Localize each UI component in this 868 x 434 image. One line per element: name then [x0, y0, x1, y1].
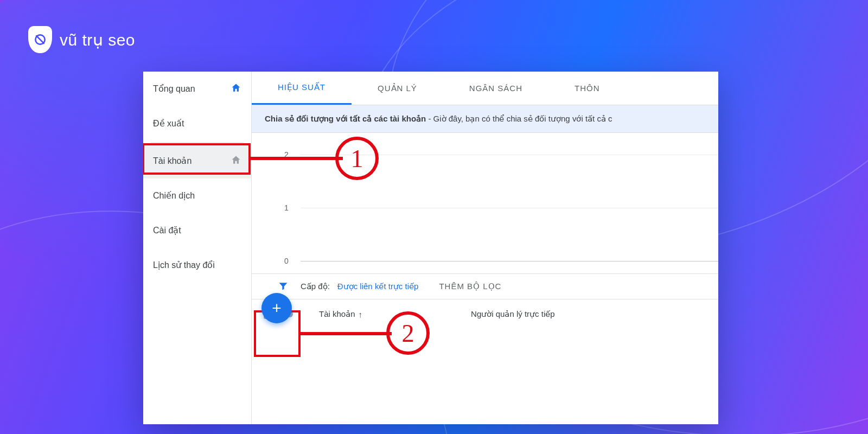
tab-label: HIỆU SUẤT: [278, 82, 326, 92]
add-filter-button[interactable]: THÊM BỘ LỌC: [439, 282, 501, 291]
home-icon: [231, 82, 241, 95]
sidebar-item-history[interactable]: Lịch sử thay đổi: [143, 248, 251, 283]
sidebar-item-label: Lịch sử thay đổi: [153, 260, 215, 270]
banner-text: - Giờ đây, bạn có thể chia sẻ đối tượng …: [426, 114, 612, 123]
gridline: [301, 208, 718, 208]
table-header: Tài khoản ↑ Người quản lý trực tiếp: [252, 299, 718, 329]
sidebar-item-campaigns[interactable]: Chiến dịch: [143, 178, 251, 213]
sidebar-item-label: Cài đặt: [153, 225, 181, 235]
main-panel: HIỆU SUẤT QUẢN LÝ NGÂN SÁCH THÔN Chia sẻ…: [252, 72, 718, 424]
tab-label: QUẢN LÝ: [378, 84, 417, 93]
column-manager[interactable]: Người quản lý trực tiếp: [471, 309, 555, 319]
info-banner: Chia sẻ đối tượng với tất cả các tài kho…: [252, 105, 718, 133]
tab-performance[interactable]: HIỆU SUẤT: [252, 72, 352, 105]
add-button[interactable]: +: [261, 293, 292, 323]
brand-shield-icon: [28, 26, 52, 53]
filter-bar: Cấp độ: Được liên kết trực tiếp THÊM BỘ …: [252, 274, 718, 299]
sidebar-divider: [151, 142, 244, 143]
ytick-0: 0: [284, 257, 289, 265]
filter-icon[interactable]: [278, 280, 289, 293]
tab-bar: HIỆU SUẤT QUẢN LÝ NGÂN SÁCH THÔN: [252, 72, 718, 105]
plus-icon: +: [272, 299, 282, 317]
sidebar-item-settings[interactable]: Cài đặt: [143, 213, 251, 248]
sidebar: Tổng quan Đề xuất Tài khoản Chiến dịch C…: [143, 72, 252, 424]
sidebar-item-label: Chiến dịch: [153, 190, 195, 201]
gridline-axis: [301, 261, 718, 261]
performance-chart: 2 1 0: [252, 133, 718, 274]
ytick-1: 1: [284, 203, 289, 212]
tab-more[interactable]: THÔN: [548, 72, 626, 105]
ytick-2: 2: [284, 150, 289, 159]
sidebar-item-label: Đề xuất: [153, 118, 184, 129]
tab-budget[interactable]: NGÂN SÁCH: [443, 72, 548, 105]
column-label: Tài khoản: [319, 309, 355, 319]
banner-title: Chia sẻ đối tượng với tất cả các tài kho…: [265, 114, 426, 123]
column-label: Người quản lý trực tiếp: [471, 309, 555, 318]
tab-manage[interactable]: QUẢN LÝ: [352, 72, 443, 105]
level-value[interactable]: Được liên kết trực tiếp: [337, 282, 419, 291]
level-label: Cấp độ:: [301, 282, 330, 291]
column-account[interactable]: Tài khoản ↑: [319, 309, 362, 319]
gridline: [301, 155, 718, 155]
sidebar-item-label: Tổng quan: [153, 84, 195, 94]
app-window: Tổng quan Đề xuất Tài khoản Chiến dịch C…: [143, 72, 718, 424]
home-icon: [231, 155, 241, 168]
sort-asc-icon: ↑: [359, 310, 363, 319]
tab-label: NGÂN SÁCH: [469, 84, 522, 93]
tab-label: THÔN: [575, 84, 600, 93]
brand-logo: vũ trụ seo: [28, 26, 135, 53]
brand-name: vũ trụ seo: [60, 30, 135, 49]
sidebar-item-recommendations[interactable]: Đề xuất: [143, 106, 251, 141]
sidebar-item-accounts[interactable]: Tài khoản: [143, 144, 251, 178]
sidebar-item-label: Tài khoản: [153, 156, 192, 166]
sidebar-item-overview[interactable]: Tổng quan: [143, 72, 251, 106]
